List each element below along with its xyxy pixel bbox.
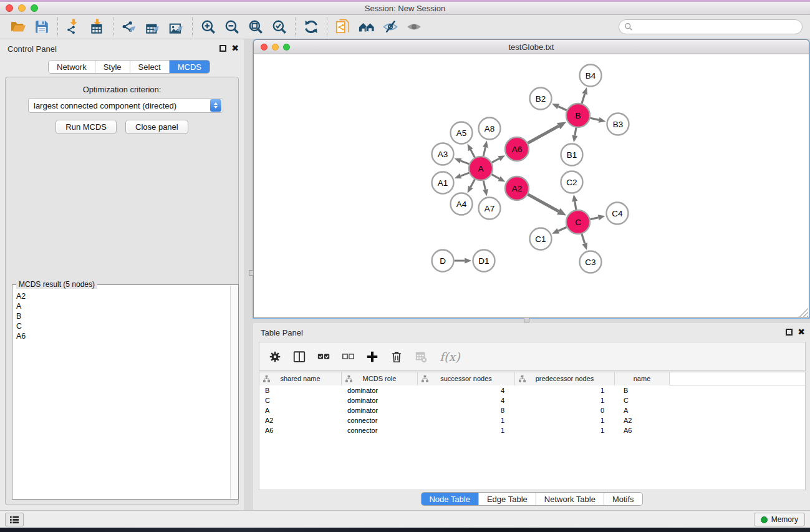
- table-cell[interactable]: C: [259, 395, 342, 405]
- table-cell[interactable]: B: [259, 385, 342, 395]
- close-panel-icon[interactable]: ✖: [231, 45, 239, 52]
- graph-edge-A-A2[interactable]: [492, 175, 499, 179]
- close-table-panel-icon[interactable]: ✖: [798, 329, 805, 336]
- export-network-button[interactable]: [117, 17, 141, 37]
- table-cell[interactable]: 1: [418, 415, 515, 425]
- table-cell[interactable]: A2: [615, 415, 670, 425]
- table-row[interactable]: Adominator80A: [259, 405, 805, 415]
- save-session-button[interactable]: [30, 17, 54, 37]
- open-session-button[interactable]: [6, 17, 30, 37]
- column-header-successor-nodes[interactable]: successor nodes: [418, 372, 515, 385]
- table-cell[interactable]: 1: [418, 425, 515, 435]
- graph-edge-A-A3[interactable]: [461, 161, 469, 164]
- column-header-name[interactable]: name: [615, 372, 670, 385]
- zoom-fit-button[interactable]: [244, 17, 268, 37]
- mcds-result-item[interactable]: A2: [13, 291, 230, 301]
- deselect-all-columns-button[interactable]: [340, 349, 356, 365]
- table-row[interactable]: Cdominator41C: [259, 395, 805, 405]
- new-network-from-selection-button[interactable]: [331, 17, 355, 37]
- create-new-column-button[interactable]: [364, 349, 380, 365]
- float-table-panel-icon[interactable]: [786, 329, 793, 336]
- graph-edge-A-A5[interactable]: [471, 150, 475, 157]
- table-cell[interactable]: A6: [259, 425, 342, 435]
- result-scrollbar[interactable]: [230, 286, 238, 498]
- table-cell[interactable]: 4: [418, 385, 515, 395]
- graph-edge-B-B1[interactable]: [575, 128, 576, 136]
- column-header-mcds-role[interactable]: MCDS role: [342, 372, 418, 385]
- graph-edge-A-A6[interactable]: [492, 158, 499, 162]
- search-field[interactable]: [619, 19, 803, 34]
- delete-table-button[interactable]: [413, 349, 429, 365]
- zoom-in-button[interactable]: [196, 17, 220, 37]
- table-cell[interactable]: A6: [615, 425, 670, 435]
- mcds-result-item[interactable]: B: [13, 311, 230, 321]
- run-mcds-button[interactable]: Run MCDS: [55, 120, 117, 134]
- mcds-result-item[interactable]: A6: [13, 331, 230, 341]
- import-table-button[interactable]: [85, 17, 109, 37]
- table-cell[interactable]: A: [259, 405, 342, 415]
- table-cell[interactable]: 1: [515, 385, 615, 395]
- table-options-button[interactable]: [267, 349, 283, 365]
- table-row[interactable]: A2connector11A2: [259, 415, 805, 425]
- mcds-result-item[interactable]: A: [13, 301, 230, 311]
- network-window-titlebar[interactable]: testGlobe.txt: [254, 40, 809, 54]
- import-network-button[interactable]: [62, 17, 85, 37]
- delete-columns-button[interactable]: [388, 349, 405, 365]
- table-cell[interactable]: dominator: [342, 385, 418, 395]
- network-canvas[interactable]: B4B2BB3A5A8A6A3AB1A1A2C2A4A7C4CC1C3DD1: [254, 54, 809, 317]
- table-cell[interactable]: A: [615, 405, 670, 415]
- graph-edge-A-A7[interactable]: [483, 181, 485, 190]
- function-builder-button[interactable]: f(x): [437, 350, 460, 364]
- graph-edge-A-A1[interactable]: [461, 173, 469, 176]
- table-cell[interactable]: 1: [515, 415, 615, 425]
- column-header-shared-name[interactable]: shared name: [259, 372, 342, 385]
- graph-edge-B-B2[interactable]: [558, 107, 566, 110]
- resize-grip-icon[interactable]: [799, 308, 808, 317]
- tab-motifs[interactable]: Motifs: [604, 493, 642, 505]
- graph-edge-B-B4[interactable]: [582, 94, 585, 104]
- zoom-out-button[interactable]: [220, 17, 244, 37]
- graph-edge-C-C1[interactable]: [558, 227, 566, 231]
- tab-node-table[interactable]: Node Table: [421, 493, 479, 505]
- tab-network-table[interactable]: Network Table: [536, 493, 604, 505]
- select-all-columns-button[interactable]: [316, 349, 332, 365]
- show-columns-button[interactable]: [291, 349, 307, 365]
- apply-preferred-layout-button[interactable]: [299, 17, 323, 37]
- export-image-button[interactable]: [165, 17, 188, 37]
- table-row[interactable]: A6connector11A6: [259, 425, 805, 435]
- tab-edge-table[interactable]: Edge Table: [479, 493, 536, 505]
- tab-style[interactable]: Style: [95, 60, 130, 73]
- table-cell[interactable]: 4: [418, 395, 515, 405]
- table-cell[interactable]: B: [615, 385, 670, 395]
- graph-edge-A2-C[interactable]: [528, 195, 559, 211]
- show-all-button[interactable]: [402, 17, 426, 37]
- table-cell[interactable]: dominator: [342, 395, 418, 405]
- show-panels-menu-button[interactable]: [5, 513, 24, 526]
- optimization-criterion-dropdown[interactable]: largest connected component (directed): [28, 98, 223, 113]
- vertical-splitter-handle[interactable]: [249, 270, 254, 276]
- table-cell[interactable]: 1: [515, 425, 615, 435]
- table-cell[interactable]: A2: [259, 415, 342, 425]
- tab-mcds[interactable]: MCDS: [170, 60, 210, 73]
- table-cell[interactable]: 8: [418, 405, 515, 415]
- hide-selected-button[interactable]: [378, 17, 402, 37]
- graph-edge-C-C4[interactable]: [591, 218, 599, 220]
- graph-edge-C-C2[interactable]: [575, 201, 576, 210]
- graph-edge-A-A8[interactable]: [483, 147, 485, 156]
- column-header-predecessor-nodes[interactable]: predecessor nodes: [515, 372, 615, 385]
- tab-select[interactable]: Select: [130, 60, 170, 73]
- close-panel-button[interactable]: Close panel: [125, 120, 188, 134]
- graph-edge-B-B3[interactable]: [591, 118, 599, 120]
- table-cell[interactable]: C: [615, 395, 670, 405]
- show-birds-eye-view-button[interactable]: [355, 17, 378, 37]
- table-row[interactable]: Bdominator41B: [259, 385, 805, 395]
- graph-edge-C-C3[interactable]: [582, 234, 585, 243]
- horizontal-splitter-handle[interactable]: [524, 317, 529, 322]
- table-cell[interactable]: connector: [342, 425, 418, 435]
- export-table-button[interactable]: [141, 17, 165, 37]
- table-cell[interactable]: connector: [342, 415, 418, 425]
- search-input[interactable]: [633, 22, 802, 31]
- graph-edge-A6-B[interactable]: [528, 126, 559, 143]
- table-cell[interactable]: 0: [515, 405, 615, 415]
- memory-button[interactable]: Memory: [754, 513, 805, 526]
